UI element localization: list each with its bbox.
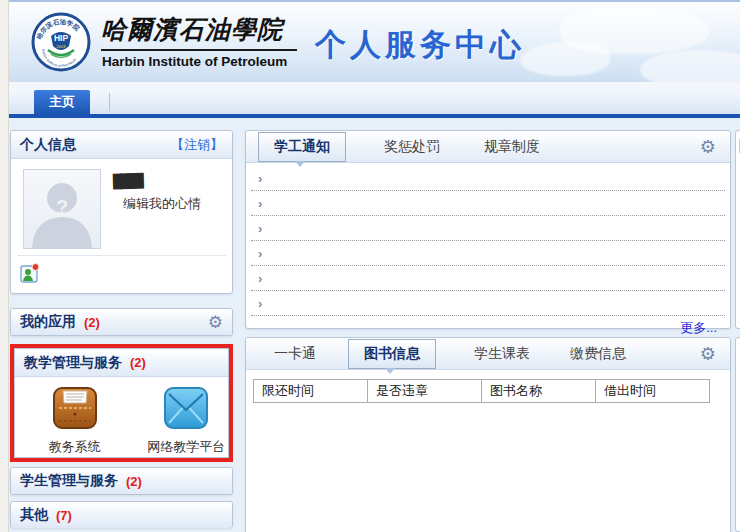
notice-row[interactable]: › xyxy=(251,191,725,216)
settings-gear-icon[interactable]: ⚙ xyxy=(208,314,223,331)
envelope-icon xyxy=(163,385,209,431)
page-header: 哈尔滨石油学院 Harbin Institute of Petroleum HI… xyxy=(9,0,740,82)
profile-title: 个人信息 xyxy=(20,136,76,154)
highlight-red-border: 教学管理与服务 (2) 教务系统 xyxy=(10,344,233,462)
app-jiaowu-system[interactable]: 教务系统 xyxy=(33,385,117,456)
col-violation: 是否违章 xyxy=(368,380,482,403)
clipped-panel-fragment xyxy=(735,130,740,329)
section-teaching-title: 教学管理与服务 xyxy=(24,354,122,372)
info-gear-icon[interactable]: ⚙ xyxy=(700,343,716,365)
main-nav-tabbar: 主页 xyxy=(9,90,740,114)
more-link[interactable]: 更多... xyxy=(246,316,730,337)
logo-monogram: HIP xyxy=(54,33,69,43)
school-name-divider xyxy=(101,49,297,51)
library-table-header-row: 限还时间 是否违章 图书名称 借出时间 xyxy=(254,380,710,403)
notice-row[interactable]: › xyxy=(251,291,725,316)
avatar-question-mark: ? xyxy=(56,196,68,218)
section-teaching-count: (2) xyxy=(130,355,146,370)
tab-student-notices[interactable]: 学工通知 xyxy=(258,132,346,162)
page-left-gutter xyxy=(0,0,9,532)
notice-row[interactable]: › xyxy=(251,241,725,266)
section-teaching: 教学管理与服务 (2) 教务系统 xyxy=(14,348,229,458)
logo-year: 2003 xyxy=(57,44,67,49)
logout-link[interactable]: 【注销】 xyxy=(171,136,223,154)
notice-bullet-icon: › xyxy=(258,196,262,211)
section-other[interactable]: 其他 (7) xyxy=(10,501,233,528)
active-tab-notch xyxy=(295,161,305,167)
portal-title: 个人服务中心 xyxy=(315,24,525,66)
notices-gear-icon[interactable]: ⚙ xyxy=(700,136,716,158)
info-panel-tabs: 一卡通 图书信息 学生课表 缴费信息 ⚙ xyxy=(246,338,730,370)
notices-list: › › › › › › 更多... xyxy=(246,163,730,337)
notice-row[interactable]: › xyxy=(251,166,725,191)
tab-separator xyxy=(109,93,110,111)
tab-rules-regulations[interactable]: 规章制度 xyxy=(484,138,540,156)
tab-home[interactable]: 主页 xyxy=(34,90,90,114)
info-panel: 一卡通 图书信息 学生课表 缴费信息 ⚙ 限还时间 是否违章 图书名称 借出时间 xyxy=(245,337,731,532)
nav-underline xyxy=(9,114,740,118)
section-teaching-header[interactable]: 教学管理与服务 (2) xyxy=(15,349,228,377)
notice-bullet-icon: › xyxy=(258,171,262,186)
messenger-status-icon[interactable] xyxy=(20,262,40,288)
notice-row[interactable]: › xyxy=(251,266,725,291)
notice-bullet-icon: › xyxy=(258,246,262,261)
avatar-silhouette: ? xyxy=(24,170,100,248)
personal-service-portal: { "header": { "logo": { "monogram": "HIP… xyxy=(0,0,740,532)
tab-library-info[interactable]: 图书信息 xyxy=(348,339,436,369)
header-tabbar-gap xyxy=(9,82,740,90)
section-my-apps[interactable]: 我的应用 (2) ⚙ xyxy=(10,308,233,336)
notices-panel: 学工通知 奖惩处罚 规章制度 ⚙ › › › › › › 更多... xyxy=(245,130,731,329)
col-book-title: 图书名称 xyxy=(482,380,596,403)
profile-divider xyxy=(17,255,226,256)
col-borrow-time: 借出时间 xyxy=(596,380,710,403)
notice-row[interactable]: › xyxy=(251,216,725,241)
section-student[interactable]: 学生管理与服务 (2) xyxy=(10,467,233,495)
school-name-english: Harbin Institute of Petroleum xyxy=(102,54,287,69)
col-return-deadline: 限还时间 xyxy=(254,380,368,403)
section-my-apps-title: 我的应用 xyxy=(20,313,76,331)
edit-mood-link[interactable]: 编辑我的心情 xyxy=(123,195,201,213)
tab-rewards-punishments[interactable]: 奖惩处罚 xyxy=(384,138,440,156)
school-name-calligraphy: 哈爾濱石油學院 xyxy=(101,13,283,46)
app-online-teaching[interactable]: 网络教学平台 xyxy=(145,385,229,456)
avatar[interactable]: ? xyxy=(23,169,101,249)
teaching-app-list: 教务系统 网络教学平台 xyxy=(15,377,228,456)
tab-onecard[interactable]: 一卡通 xyxy=(274,345,316,363)
clipped-panel-fragment xyxy=(735,337,740,532)
active-tab-notch xyxy=(385,368,395,374)
card-cabinet-icon xyxy=(52,385,98,431)
notice-bullet-icon: › xyxy=(258,296,262,311)
tab-class-schedule[interactable]: 学生课表 xyxy=(474,345,530,363)
profile-panel: 个人信息 【注销】 ? ████ 编辑我的心情 xyxy=(10,130,233,294)
app-online-teaching-label: 网络教学平台 xyxy=(145,438,229,456)
section-other-title: 其他 xyxy=(20,506,48,524)
section-student-title: 学生管理与服务 xyxy=(20,472,118,490)
worldmap-watermark xyxy=(520,42,610,76)
notice-bullet-icon: › xyxy=(258,221,262,236)
app-jiaowu-label: 教务系统 xyxy=(33,438,117,456)
tab-library-info-label: 图书信息 xyxy=(364,345,420,361)
section-my-apps-count: (2) xyxy=(84,315,100,330)
section-student-count: (2) xyxy=(126,474,142,489)
profile-panel-header: 个人信息 【注销】 xyxy=(11,131,232,159)
tab-student-notices-label: 学工通知 xyxy=(274,138,330,154)
tab-payment-info[interactable]: 缴费信息 xyxy=(570,345,626,363)
school-logo: 哈尔滨石油学院 Harbin Institute of Petroleum HI… xyxy=(31,12,91,72)
notices-panel-tabs: 学工通知 奖惩处罚 规章制度 ⚙ xyxy=(246,131,730,163)
notice-bullet-icon: › xyxy=(258,271,262,286)
user-name-redacted: ████ xyxy=(113,173,142,189)
worldmap-watermark xyxy=(640,50,740,82)
section-other-count: (7) xyxy=(56,508,72,523)
library-table: 限还时间 是否违章 图书名称 借出时间 xyxy=(253,379,710,403)
